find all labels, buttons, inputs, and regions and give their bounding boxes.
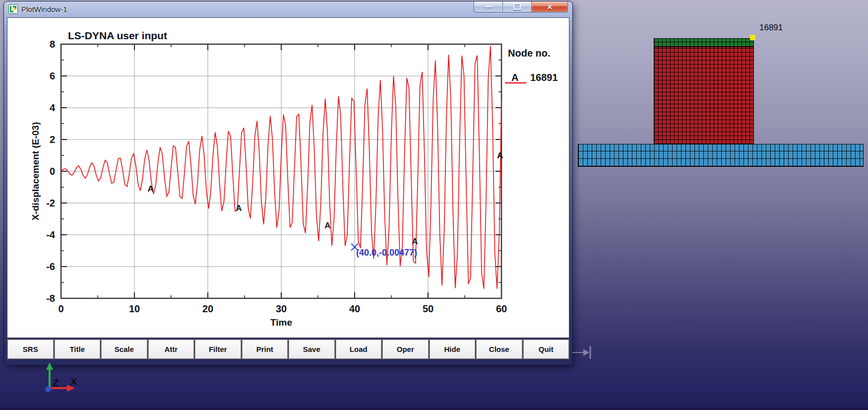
mesh-block-green-top (654, 38, 754, 47)
x-axis-title: Time (270, 317, 292, 328)
svg-text:-6: -6 (46, 261, 55, 272)
svg-text:-4: -4 (46, 229, 56, 240)
window-controls: ✕ (474, 1, 568, 12)
z-axis-label: Z (53, 377, 59, 388)
legend-node-id: 16891 (530, 72, 558, 83)
toolbar-button-load[interactable]: Load (336, 340, 382, 359)
legend: Node no. A 16891 (505, 48, 558, 83)
svg-text:-2: -2 (46, 198, 55, 208)
y-axis-title: X-displacement (E-03) (30, 122, 41, 221)
svg-text:2: 2 (50, 134, 55, 145)
svg-text:6: 6 (50, 70, 55, 81)
z-axis-origin-dot (45, 386, 51, 392)
y-axis-arrowhead (46, 362, 53, 370)
toolbar-button-print[interactable]: Print (242, 340, 288, 359)
toolbar-button-hide[interactable]: Hide (430, 340, 476, 359)
toolbar-button-scale[interactable]: Scale (101, 340, 147, 359)
toolbar-button-srs[interactable]: SRS (7, 340, 54, 359)
svg-text:-8: -8 (46, 293, 55, 304)
x-axis-label: X (70, 376, 77, 387)
toolbar-button-quit[interactable]: Quit (523, 340, 569, 359)
bottom-edge (0, 408, 868, 410)
toolbar-button-title[interactable]: Title (55, 340, 101, 359)
toolbar-button-close[interactable]: Close (476, 340, 522, 359)
maximize-button[interactable] (502, 1, 531, 12)
plot-toolbar: SRS Title Scale Attr Filter Print Save L… (7, 339, 569, 359)
legend-title: Node no. (508, 48, 551, 59)
mesh-block-red (654, 47, 754, 144)
svg-text:40: 40 (349, 303, 360, 314)
svg-text:8: 8 (50, 39, 55, 50)
close-icon: ✕ (547, 3, 553, 10)
svg-text:A: A (412, 237, 418, 246)
svg-text:A: A (236, 204, 242, 213)
toolbar-button-filter[interactable]: Filter (195, 340, 241, 359)
resize-indicator (570, 342, 596, 362)
toolbar-button-save[interactable]: Save (289, 340, 335, 359)
desktop: user input PlotWindow-1 ✕ (0, 0, 868, 410)
svg-text:0: 0 (58, 303, 63, 314)
node-marker (750, 35, 755, 40)
time-history-plot: 0102030405060-8-6-4-202468 AAAAA (40.0,-… (7, 18, 569, 338)
annotation-text: (40.0,-0.00477) (356, 248, 417, 258)
node-id-label: 16891 (759, 23, 783, 33)
app-icon (8, 4, 18, 14)
svg-text:10: 10 (129, 303, 140, 314)
svg-text:20: 20 (202, 303, 213, 314)
window-title: PlotWindow-1 (21, 5, 67, 13)
svg-text:0: 0 (50, 166, 55, 177)
mesh-base-plate (578, 144, 864, 167)
chart-canvas[interactable]: 0102030405060-8-6-4-202468 AAAAA (40.0,-… (7, 17, 569, 338)
toolbar-button-attr[interactable]: Attr (148, 340, 194, 359)
plot-window: PlotWindow-1 ✕ 0102030405060-8-6-4-20246… (4, 1, 572, 365)
svg-text:30: 30 (276, 303, 287, 314)
svg-text:A: A (324, 221, 330, 230)
svg-text:A: A (497, 151, 503, 160)
minimize-icon (486, 6, 492, 7)
svg-text:A: A (148, 184, 154, 194)
close-button[interactable]: ✕ (531, 1, 568, 12)
toolbar-button-oper[interactable]: Oper (382, 340, 429, 359)
gridlines (61, 44, 501, 298)
svg-text:50: 50 (423, 303, 434, 314)
coordinate-triad: Z X (39, 360, 88, 396)
minimize-button[interactable] (474, 1, 502, 12)
curve-letter-markers: AAAAA (148, 151, 503, 246)
chart-title: LS-DYNA user input (68, 30, 167, 41)
maximize-icon (513, 3, 521, 10)
svg-text:4: 4 (50, 102, 56, 113)
legend-series-letter: A (511, 72, 518, 83)
svg-text:60: 60 (496, 303, 507, 314)
